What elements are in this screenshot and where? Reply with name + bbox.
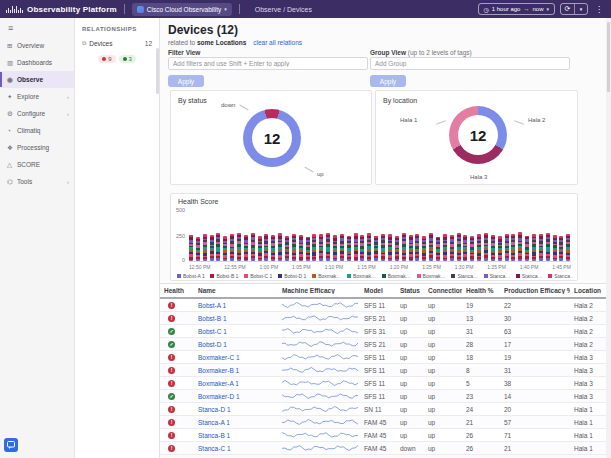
stacked-bar[interactable]: [340, 234, 344, 261]
stacked-bar[interactable]: [559, 236, 563, 261]
legend-item[interactable]: Bobst-D 1: [278, 273, 306, 279]
legend-item[interactable]: Stanca…: [548, 273, 575, 279]
legend-item[interactable]: Bobst-A 1: [177, 273, 205, 279]
column-header-connection[interactable]: Connection: [424, 287, 462, 294]
stacked-bar[interactable]: [429, 233, 433, 261]
column-header-model[interactable]: Model: [360, 287, 396, 294]
filter-apply-button[interactable]: Apply: [168, 75, 204, 87]
collapse-menu-icon[interactable]: ≡: [0, 18, 74, 37]
stacked-bar[interactable]: [491, 235, 495, 261]
legend-item[interactable]: Stanca…: [484, 273, 511, 279]
stacked-bar[interactable]: [381, 234, 385, 261]
health-badge-0[interactable]: 9: [98, 55, 115, 63]
stacked-bar[interactable]: [422, 236, 426, 261]
stacked-bar[interactable]: [415, 234, 419, 261]
device-name-link[interactable]: Stanca-D 1: [198, 406, 231, 413]
stacked-bar[interactable]: [230, 234, 234, 261]
stacked-bar[interactable]: [388, 234, 392, 261]
stacked-bar[interactable]: [223, 236, 227, 261]
legend-item[interactable]: Boxmak…: [312, 273, 341, 279]
stacked-bar[interactable]: [319, 234, 323, 261]
stacked-bar[interactable]: [374, 235, 378, 261]
column-header-machine-efficacy[interactable]: Machine Efficacy: [278, 287, 360, 294]
column-header-name[interactable]: Name: [194, 287, 278, 294]
stacked-bar[interactable]: [470, 236, 474, 261]
stacked-bar[interactable]: [244, 235, 248, 261]
stacked-bar[interactable]: [216, 233, 220, 261]
legend-item[interactable]: Boxmak…: [382, 273, 411, 279]
health-badge-1[interactable]: 3: [119, 55, 136, 63]
stacked-bar[interactable]: [402, 233, 406, 261]
stacked-bar[interactable]: [525, 235, 529, 261]
page-scrollbar[interactable]: [606, 18, 611, 458]
stacked-bar[interactable]: [463, 235, 467, 261]
stacked-bar[interactable]: [196, 237, 200, 261]
stacked-bar[interactable]: [539, 234, 543, 261]
stacked-bar[interactable]: [395, 236, 399, 261]
stacked-bar[interactable]: [189, 234, 193, 261]
stacked-bar[interactable]: [477, 234, 481, 261]
clear-all-relations-link[interactable]: clear all relations: [253, 39, 302, 46]
column-header-production-efficacy-[interactable]: Production Efficacy %: [500, 287, 570, 294]
stacked-bar[interactable]: [553, 235, 557, 261]
relationships-entity-row[interactable]: ⧉ Devices 12: [75, 38, 159, 49]
stacked-bar[interactable]: [326, 233, 330, 261]
group-input[interactable]: [370, 57, 570, 70]
device-name-link[interactable]: Boxmaker-D 1: [198, 393, 240, 400]
stacked-bar[interactable]: [443, 234, 447, 261]
stacked-bar[interactable]: [271, 235, 275, 261]
stacked-bar[interactable]: [566, 234, 570, 261]
sidebar-item-observe[interactable]: ◉Observe: [0, 71, 74, 88]
column-header-location[interactable]: Location: [570, 287, 611, 294]
stacked-bar[interactable]: [292, 234, 296, 261]
stacked-bar[interactable]: [306, 236, 310, 261]
stacked-bar[interactable]: [237, 233, 241, 261]
health-score-stacked-bars[interactable]: [189, 210, 571, 262]
app-switcher-dropdown[interactable]: Cisco Cloud Observability ▾: [132, 3, 232, 16]
stacked-bar[interactable]: [347, 236, 351, 261]
time-range-picker[interactable]: ◷ 1 hour ago → now ▾: [478, 3, 555, 15]
device-name-link[interactable]: Bobst-C 1: [198, 328, 227, 335]
device-name-link[interactable]: Stanca-B 1: [198, 432, 230, 439]
device-name-link[interactable]: Bobst-A 1: [198, 302, 226, 309]
device-name-link[interactable]: Boxmaker-B 1: [198, 367, 239, 374]
stacked-bar[interactable]: [278, 233, 282, 261]
legend-item[interactable]: Bobst-B 1: [210, 273, 238, 279]
status-donut-chart[interactable]: 12: [243, 109, 301, 167]
legend-item[interactable]: Bobst-C 1: [244, 273, 272, 279]
scrollbar-thumb[interactable]: [607, 22, 610, 92]
stacked-bar[interactable]: [450, 235, 454, 261]
stacked-bar[interactable]: [210, 235, 214, 261]
stacked-bar[interactable]: [203, 234, 207, 261]
stacked-bar[interactable]: [532, 234, 536, 261]
stacked-bar[interactable]: [498, 236, 502, 261]
assistant-button[interactable]: [4, 438, 18, 452]
stacked-bar[interactable]: [505, 234, 509, 261]
device-name-link[interactable]: Boxmaker-C 1: [198, 354, 240, 361]
stacked-bar[interactable]: [354, 233, 358, 261]
legend-item[interactable]: Boxmak…: [417, 273, 446, 279]
device-name-link[interactable]: Stanca-A 1: [198, 419, 230, 426]
refresh-options-chevron-icon[interactable]: ▾: [574, 4, 587, 14]
stacked-bar[interactable]: [251, 233, 255, 261]
panel-scrollbar[interactable]: [156, 48, 159, 94]
breadcrumb-section[interactable]: Observe: [255, 6, 281, 13]
legend-item[interactable]: Stanca…: [516, 273, 543, 279]
stacked-bar[interactable]: [457, 233, 461, 261]
stacked-bar[interactable]: [546, 233, 550, 261]
stacked-bar[interactable]: [285, 236, 289, 261]
stacked-bar[interactable]: [333, 235, 337, 261]
device-name-link[interactable]: Bobst-D 1: [198, 341, 227, 348]
stacked-bar[interactable]: [312, 234, 316, 261]
group-apply-button[interactable]: Apply: [370, 75, 406, 87]
stacked-bar[interactable]: [299, 235, 303, 261]
stacked-bar[interactable]: [258, 236, 262, 261]
stacked-bar[interactable]: [409, 235, 413, 261]
stacked-bar[interactable]: [511, 234, 515, 261]
device-name-link[interactable]: Boxmaker-A 1: [198, 380, 239, 387]
sidebar-item-climatiq[interactable]: ◔Climatiq: [0, 122, 74, 139]
sidebar-item-configure[interactable]: ⚙Configure›: [0, 105, 74, 122]
legend-item[interactable]: Stanca…: [451, 273, 478, 279]
sidebar-item-score[interactable]: △SCORE: [0, 156, 74, 173]
device-name-link[interactable]: Stanca-C 1: [198, 445, 231, 452]
